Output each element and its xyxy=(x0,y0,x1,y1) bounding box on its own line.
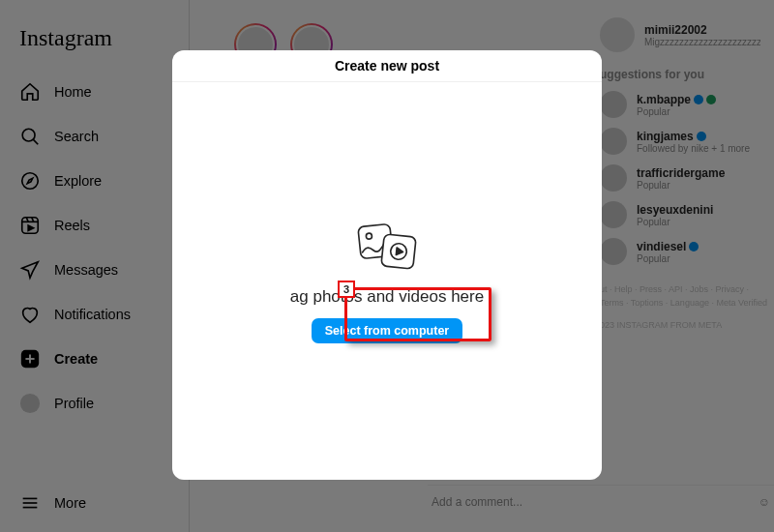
create-post-modal: Create new post ag photos and videos her… xyxy=(172,50,602,480)
svg-point-17 xyxy=(366,232,372,239)
modal-title: Create new post xyxy=(172,50,602,82)
modal-overlay[interactable]: Create new post ag photos and videos her… xyxy=(0,0,774,532)
drag-text: ag photos and videos here xyxy=(290,287,484,307)
select-from-computer-button[interactable]: Select from computer xyxy=(312,318,463,343)
media-icon xyxy=(351,220,423,276)
modal-body[interactable]: ag photos and videos here Select from co… xyxy=(172,82,602,480)
